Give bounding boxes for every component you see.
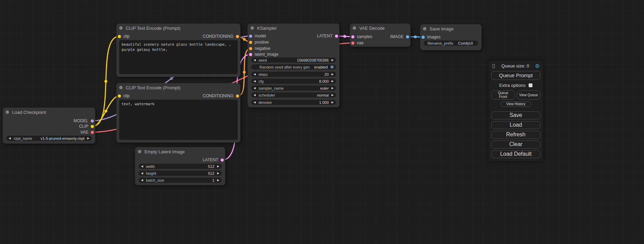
scheduler-combo[interactable]: ◀ scheduler normal ▶ xyxy=(251,92,336,98)
decrement-arrow-icon[interactable]: ◀ xyxy=(141,165,143,168)
node-title-bar[interactable]: VAE Decode xyxy=(350,24,411,33)
width-stepper[interactable]: ◀ width 512 ▶ xyxy=(139,164,222,169)
node-empty-latent-image[interactable]: Empty Latent Image LATENT ◀ width 512 ▶ … xyxy=(135,147,225,185)
node-clip-text-encode-negative[interactable]: CLIP Text Encode (Prompt) clip CONDITION… xyxy=(116,83,240,143)
images-input-dot[interactable] xyxy=(422,36,425,39)
output-slot-latent: LATENT xyxy=(317,34,338,38)
node-title-bar[interactable]: KSampler xyxy=(248,24,339,33)
vae-input-dot[interactable] xyxy=(351,42,354,45)
input-slot-clip: clip xyxy=(118,93,130,98)
decrement-arrow-icon[interactable]: ◀ xyxy=(141,172,143,175)
toggle-dot[interactable] xyxy=(330,65,334,69)
clip-input-dot[interactable] xyxy=(118,35,121,38)
save-button[interactable]: Save xyxy=(491,111,540,119)
increment-arrow-icon[interactable]: ▶ xyxy=(332,101,334,104)
decrement-arrow-icon[interactable]: ◀ xyxy=(254,101,256,104)
negative-input-dot[interactable] xyxy=(249,47,252,50)
extra-options-label: Extra options xyxy=(499,83,526,88)
increment-arrow-icon[interactable]: ▶ xyxy=(332,59,334,62)
node-title-bar[interactable]: Load Checkpoint xyxy=(3,108,95,117)
widget-value: 8.000 xyxy=(319,79,329,83)
vae-output-dot[interactable] xyxy=(91,131,94,134)
seed-stepper[interactable]: ◀ seed 156680208700286 ▶ xyxy=(251,57,336,63)
collapse-dot-icon[interactable] xyxy=(119,26,123,30)
node-graph-canvas[interactable]: Load Checkpoint MODEL CLIP VAE ◀ ckpt_na… xyxy=(0,0,644,244)
positive-input-dot[interactable] xyxy=(249,41,252,44)
decrement-arrow-icon[interactable]: ◀ xyxy=(141,179,143,182)
view-queue-button[interactable]: View Queue xyxy=(517,90,541,100)
latent-image-input-dot[interactable] xyxy=(249,53,252,56)
node-title-bar[interactable]: CLIP Text Encode (Prompt) xyxy=(116,83,240,92)
collapse-dot-icon[interactable] xyxy=(119,86,123,89)
increment-arrow-icon[interactable]: ▶ xyxy=(217,172,219,175)
prompt-textarea[interactable]: beautiful scenery nature glass bottle la… xyxy=(119,40,238,74)
decrement-arrow-icon[interactable]: ◀ xyxy=(9,137,11,140)
model-input-dot[interactable] xyxy=(249,35,252,38)
node-save-image[interactable]: Save Image images filename_prefix ComfyU… xyxy=(420,24,482,50)
ckpt-name-combo[interactable]: ◀ ckpt_name v1-5-pruned-emaonly.ckpt ▶ xyxy=(6,136,92,141)
height-stepper[interactable]: ◀ height 512 ▶ xyxy=(139,171,222,176)
image-output-dot[interactable] xyxy=(406,35,409,38)
node-title-bar[interactable]: Save Image xyxy=(420,24,482,33)
node-clip-text-encode-positive[interactable]: CLIP Text Encode (Prompt) clip CONDITION… xyxy=(116,24,240,77)
extra-options-checkbox[interactable] xyxy=(529,83,532,87)
decrement-arrow-icon[interactable]: ◀ xyxy=(254,59,256,62)
increment-arrow-icon[interactable]: ▶ xyxy=(87,137,89,140)
widget-value: 20 xyxy=(325,72,329,76)
drag-handle-icon[interactable] xyxy=(492,64,495,69)
clip-output-dot[interactable] xyxy=(91,125,94,128)
increment-arrow-icon[interactable]: ▶ xyxy=(332,73,334,76)
view-history-button[interactable]: View History xyxy=(501,101,531,107)
collapse-dot-icon[interactable] xyxy=(138,150,141,153)
collapse-dot-icon[interactable] xyxy=(250,26,254,30)
node-title-bar[interactable]: Empty Latent Image xyxy=(135,147,225,156)
input-slot-latent-image: latent_image xyxy=(249,52,279,57)
filename-prefix-field[interactable]: filename_prefix ComfyUI xyxy=(424,40,478,46)
node-load-checkpoint[interactable]: Load Checkpoint MODEL CLIP VAE ◀ ckpt_na… xyxy=(3,108,95,144)
decrement-arrow-icon[interactable]: ◀ xyxy=(254,73,256,76)
collapse-dot-icon[interactable] xyxy=(6,110,9,114)
model-output-dot[interactable] xyxy=(91,119,94,123)
clip-input-dot[interactable] xyxy=(118,94,121,98)
decrement-arrow-icon[interactable]: ◀ xyxy=(254,80,256,83)
increment-arrow-icon[interactable]: ▶ xyxy=(332,80,334,83)
prompt-textarea[interactable]: text, watermark xyxy=(119,100,238,140)
increment-arrow-icon[interactable]: ▶ xyxy=(217,179,219,182)
cfg-stepper[interactable]: ◀ cfg 8.000 ▶ xyxy=(251,79,336,84)
load-default-button[interactable]: Load Default xyxy=(491,150,540,158)
queue-front-button[interactable]: Queue Front xyxy=(491,90,515,100)
increment-arrow-icon[interactable]: ▶ xyxy=(332,87,334,90)
conditioning-output-dot[interactable] xyxy=(236,94,239,98)
clear-button[interactable]: Clear xyxy=(491,141,540,148)
widget-value: 512 xyxy=(208,164,214,169)
refresh-button[interactable]: Refresh xyxy=(491,131,540,139)
queue-prompt-button[interactable]: Queue Prompt xyxy=(491,71,540,80)
sampler-name-combo[interactable]: ◀ sampler_name euler ▶ xyxy=(251,85,336,91)
latent-output-dot[interactable] xyxy=(221,159,224,162)
collapse-dot-icon[interactable] xyxy=(423,27,426,30)
steps-stepper[interactable]: ◀ steps 20 ▶ xyxy=(251,72,336,77)
batch-size-stepper[interactable]: ◀ batch_size 1 ▶ xyxy=(139,178,222,183)
increment-arrow-icon[interactable]: ▶ xyxy=(332,94,334,97)
slot-label: latent_image xyxy=(255,52,279,57)
increment-arrow-icon[interactable]: ▶ xyxy=(217,165,219,168)
slot-label: CLIP xyxy=(79,124,88,129)
random-seed-toggle[interactable]: Random seed after every gen enabled xyxy=(251,64,336,70)
latent-output-dot[interactable] xyxy=(335,35,338,38)
denoise-stepper[interactable]: ◀ denoise 1.000 ▶ xyxy=(251,100,336,105)
node-ksampler[interactable]: KSampler model positive negative latent_… xyxy=(248,24,339,107)
decrement-arrow-icon[interactable]: ◀ xyxy=(254,87,256,90)
samples-input-dot[interactable] xyxy=(351,35,354,38)
settings-gear-icon[interactable]: ⚙ xyxy=(535,63,540,69)
conditioning-output-dot[interactable] xyxy=(236,35,239,38)
load-button[interactable]: Load xyxy=(491,121,540,129)
collapse-dot-icon[interactable] xyxy=(353,26,356,30)
node-vae-decode[interactable]: VAE Decode samples vae IMAGE xyxy=(350,24,411,47)
decrement-arrow-icon[interactable]: ◀ xyxy=(254,94,256,97)
node-title-bar[interactable]: CLIP Text Encode (Prompt) xyxy=(116,24,240,33)
queue-panel-header: Queue size: 0 ⚙ xyxy=(491,63,540,70)
slot-label: model xyxy=(255,34,266,38)
history-row: View History xyxy=(491,101,540,107)
output-slot-conditioning: CONDITIONING xyxy=(203,34,239,39)
slot-label: MODEL xyxy=(73,118,88,123)
